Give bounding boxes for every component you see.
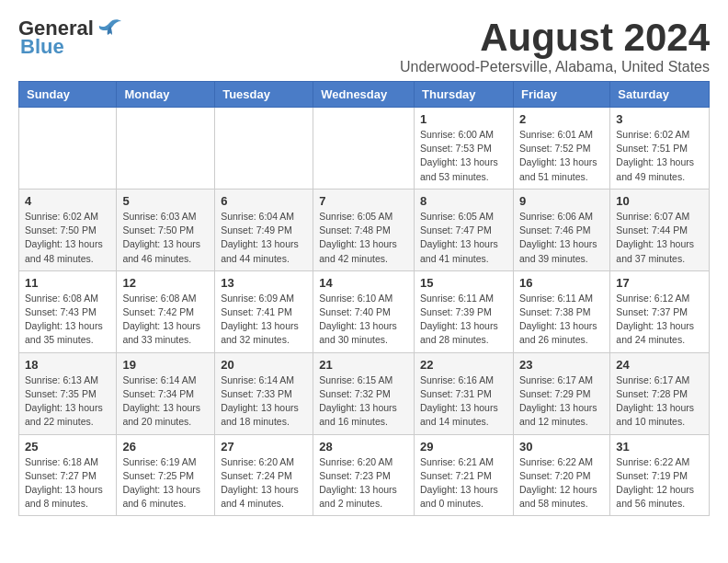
day-number: 27 <box>221 440 307 454</box>
day-number: 2 <box>519 112 604 126</box>
calendar-cell: 30Sunrise: 6:22 AM Sunset: 7:20 PM Dayli… <box>513 434 609 516</box>
day-number: 8 <box>420 194 507 208</box>
calendar-table: SundayMondayTuesdayWednesdayThursdayFrid… <box>18 81 710 516</box>
calendar-cell: 20Sunrise: 6:14 AM Sunset: 7:33 PM Dayli… <box>215 352 313 434</box>
day-info: Sunrise: 6:02 AM Sunset: 7:50 PM Dayligh… <box>25 210 110 266</box>
day-info: Sunrise: 6:11 AM Sunset: 7:38 PM Dayligh… <box>519 292 604 348</box>
weekday-header-wednesday: Wednesday <box>313 82 415 108</box>
day-number: 29 <box>420 440 507 454</box>
day-info: Sunrise: 6:00 AM Sunset: 7:53 PM Dayligh… <box>420 128 507 184</box>
day-info: Sunrise: 6:07 AM Sunset: 7:44 PM Dayligh… <box>616 210 703 266</box>
day-info: Sunrise: 6:10 AM Sunset: 7:40 PM Dayligh… <box>319 292 408 348</box>
day-number: 26 <box>122 440 209 454</box>
day-number: 11 <box>25 276 110 290</box>
calendar-cell: 27Sunrise: 6:20 AM Sunset: 7:24 PM Dayli… <box>215 434 313 516</box>
calendar-cell: 24Sunrise: 6:17 AM Sunset: 7:28 PM Dayli… <box>610 352 710 434</box>
week-row-5: 25Sunrise: 6:18 AM Sunset: 7:27 PM Dayli… <box>19 434 710 516</box>
day-number: 5 <box>122 194 209 208</box>
day-info: Sunrise: 6:22 AM Sunset: 7:19 PM Dayligh… <box>616 455 703 511</box>
calendar-cell: 2Sunrise: 6:01 AM Sunset: 7:52 PM Daylig… <box>513 108 609 190</box>
month-title: August 2024 <box>400 18 710 57</box>
day-number: 9 <box>519 194 604 208</box>
calendar-cell: 21Sunrise: 6:15 AM Sunset: 7:32 PM Dayli… <box>313 352 415 434</box>
calendar-cell <box>215 108 313 190</box>
day-info: Sunrise: 6:16 AM Sunset: 7:31 PM Dayligh… <box>420 373 507 430</box>
calendar-cell: 16Sunrise: 6:11 AM Sunset: 7:38 PM Dayli… <box>513 270 609 352</box>
day-number: 15 <box>420 276 507 290</box>
day-number: 30 <box>519 440 604 454</box>
day-number: 20 <box>221 358 307 372</box>
location-title: Underwood-Petersville, Alabama, United S… <box>400 59 710 75</box>
day-number: 31 <box>616 440 703 454</box>
calendar-cell: 25Sunrise: 6:18 AM Sunset: 7:27 PM Dayli… <box>19 434 117 516</box>
calendar-cell: 7Sunrise: 6:05 AM Sunset: 7:48 PM Daylig… <box>313 189 415 270</box>
day-info: Sunrise: 6:05 AM Sunset: 7:47 PM Dayligh… <box>420 210 507 266</box>
calendar-cell: 4Sunrise: 6:02 AM Sunset: 7:50 PM Daylig… <box>19 189 117 270</box>
weekday-header-saturday: Saturday <box>610 82 710 108</box>
day-info: Sunrise: 6:20 AM Sunset: 7:24 PM Dayligh… <box>221 455 307 511</box>
day-number: 22 <box>420 358 507 372</box>
calendar-cell: 14Sunrise: 6:10 AM Sunset: 7:40 PM Dayli… <box>313 270 415 352</box>
calendar-cell <box>117 108 215 190</box>
day-number: 25 <box>25 440 110 454</box>
day-info: Sunrise: 6:06 AM Sunset: 7:46 PM Dayligh… <box>519 210 604 266</box>
calendar-cell: 8Sunrise: 6:05 AM Sunset: 7:47 PM Daylig… <box>415 189 514 270</box>
day-number: 21 <box>319 358 408 372</box>
day-info: Sunrise: 6:02 AM Sunset: 7:51 PM Dayligh… <box>616 128 703 184</box>
calendar-cell: 5Sunrise: 6:03 AM Sunset: 7:50 PM Daylig… <box>117 189 215 270</box>
day-info: Sunrise: 6:12 AM Sunset: 7:37 PM Dayligh… <box>616 292 703 348</box>
day-info: Sunrise: 6:03 AM Sunset: 7:50 PM Dayligh… <box>122 210 209 266</box>
weekday-header-monday: Monday <box>117 82 215 108</box>
day-info: Sunrise: 6:19 AM Sunset: 7:25 PM Dayligh… <box>122 455 209 511</box>
day-number: 28 <box>319 440 408 454</box>
logo: General Blue <box>18 18 123 57</box>
day-info: Sunrise: 6:08 AM Sunset: 7:42 PM Dayligh… <box>122 292 209 348</box>
day-number: 24 <box>616 358 703 372</box>
calendar-cell: 6Sunrise: 6:04 AM Sunset: 7:49 PM Daylig… <box>215 189 313 270</box>
day-info: Sunrise: 6:11 AM Sunset: 7:39 PM Dayligh… <box>420 292 507 348</box>
day-number: 7 <box>319 194 408 208</box>
day-info: Sunrise: 6:17 AM Sunset: 7:29 PM Dayligh… <box>519 373 604 430</box>
calendar-cell <box>313 108 415 190</box>
calendar-cell: 11Sunrise: 6:08 AM Sunset: 7:43 PM Dayli… <box>19 270 117 352</box>
day-info: Sunrise: 6:14 AM Sunset: 7:33 PM Dayligh… <box>221 373 307 430</box>
calendar-cell: 23Sunrise: 6:17 AM Sunset: 7:29 PM Dayli… <box>513 352 609 434</box>
day-info: Sunrise: 6:18 AM Sunset: 7:27 PM Dayligh… <box>25 455 110 511</box>
calendar-cell: 18Sunrise: 6:13 AM Sunset: 7:35 PM Dayli… <box>19 352 117 434</box>
day-number: 23 <box>519 358 604 372</box>
day-number: 17 <box>616 276 703 290</box>
calendar-cell: 22Sunrise: 6:16 AM Sunset: 7:31 PM Dayli… <box>415 352 514 434</box>
logo-bird-icon <box>97 18 123 39</box>
day-info: Sunrise: 6:17 AM Sunset: 7:28 PM Dayligh… <box>616 373 703 430</box>
logo-blue: Blue <box>18 37 64 57</box>
calendar-cell: 3Sunrise: 6:02 AM Sunset: 7:51 PM Daylig… <box>610 108 710 190</box>
calendar-cell: 15Sunrise: 6:11 AM Sunset: 7:39 PM Dayli… <box>415 270 514 352</box>
day-info: Sunrise: 6:09 AM Sunset: 7:41 PM Dayligh… <box>221 292 307 348</box>
calendar-cell: 19Sunrise: 6:14 AM Sunset: 7:34 PM Dayli… <box>117 352 215 434</box>
title-area: August 2024 Underwood-Petersville, Alaba… <box>400 18 710 75</box>
calendar-cell: 13Sunrise: 6:09 AM Sunset: 7:41 PM Dayli… <box>215 270 313 352</box>
week-row-4: 18Sunrise: 6:13 AM Sunset: 7:35 PM Dayli… <box>19 352 710 434</box>
calendar-cell: 31Sunrise: 6:22 AM Sunset: 7:19 PM Dayli… <box>610 434 710 516</box>
calendar-cell: 9Sunrise: 6:06 AM Sunset: 7:46 PM Daylig… <box>513 189 609 270</box>
day-number: 19 <box>122 358 209 372</box>
day-number: 3 <box>616 112 703 126</box>
day-number: 14 <box>319 276 408 290</box>
day-info: Sunrise: 6:01 AM Sunset: 7:52 PM Dayligh… <box>519 128 604 184</box>
calendar-cell: 1Sunrise: 6:00 AM Sunset: 7:53 PM Daylig… <box>415 108 514 190</box>
calendar-cell <box>19 108 117 190</box>
week-row-1: 1Sunrise: 6:00 AM Sunset: 7:53 PM Daylig… <box>19 108 710 190</box>
day-number: 10 <box>616 194 703 208</box>
day-number: 6 <box>221 194 307 208</box>
calendar-cell: 17Sunrise: 6:12 AM Sunset: 7:37 PM Dayli… <box>610 270 710 352</box>
day-number: 12 <box>122 276 209 290</box>
weekday-header-sunday: Sunday <box>19 82 117 108</box>
calendar-cell: 12Sunrise: 6:08 AM Sunset: 7:42 PM Dayli… <box>117 270 215 352</box>
day-number: 1 <box>420 112 507 126</box>
day-info: Sunrise: 6:21 AM Sunset: 7:21 PM Dayligh… <box>420 455 507 511</box>
day-number: 13 <box>221 276 307 290</box>
calendar-cell: 10Sunrise: 6:07 AM Sunset: 7:44 PM Dayli… <box>610 189 710 270</box>
day-number: 16 <box>519 276 604 290</box>
day-info: Sunrise: 6:14 AM Sunset: 7:34 PM Dayligh… <box>122 373 209 430</box>
week-row-3: 11Sunrise: 6:08 AM Sunset: 7:43 PM Dayli… <box>19 270 710 352</box>
